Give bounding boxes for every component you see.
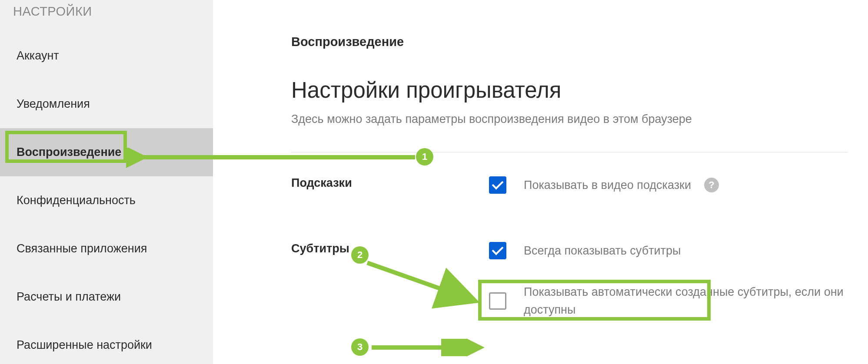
setting-label-subtitles: Субтитры xyxy=(291,242,489,343)
sidebar-item-label: Аккаунт xyxy=(17,49,59,62)
checkbox-label-auto-subtitles: Показывать автоматически созданные субти… xyxy=(524,283,868,318)
sidebar-item-privacy[interactable]: Конфиденциальность xyxy=(0,176,213,225)
checkbox-label-show-hints: Показывать в видео подсказки xyxy=(524,176,691,194)
annotation-step-2: 2 xyxy=(351,246,369,264)
checkbox-auto-subtitles[interactable] xyxy=(489,292,506,310)
checkbox-show-hints[interactable] xyxy=(489,176,506,194)
setting-label-hints: Подсказки xyxy=(291,176,489,218)
annotation-step-1: 1 xyxy=(416,148,433,165)
sidebar-title: НАСТРОЙКИ xyxy=(0,0,213,32)
annotation-step-3: 3 xyxy=(351,338,369,356)
checkbox-always-show-subtitles[interactable] xyxy=(489,242,506,259)
sidebar-item-advanced[interactable]: Расширенные настройки xyxy=(0,321,213,364)
divider xyxy=(291,152,848,152)
sidebar-item-label: Конфиденциальность xyxy=(17,194,136,207)
main-content: Воспроизведение Настройки проигрывателя … xyxy=(213,0,868,364)
sidebar-item-playback[interactable]: Воспроизведение xyxy=(0,128,213,176)
setting-row-hints: Подсказки Показывать в видео подсказки ? xyxy=(291,176,868,218)
sidebar-item-label: Воспроизведение xyxy=(17,146,121,159)
section-subtext: Здесь можно задать параметры воспроизвед… xyxy=(291,113,868,126)
setting-controls-hints: Показывать в видео подсказки ? xyxy=(489,176,868,218)
sidebar-item-billing[interactable]: Расчеты и платежи xyxy=(0,273,213,321)
setting-controls-subtitles: Всегда показывать субтитры Показывать ав… xyxy=(489,242,868,343)
help-icon[interactable]: ? xyxy=(704,178,719,192)
setting-row-subtitles: Субтитры Всегда показывать субтитры Пока… xyxy=(291,242,868,343)
section-heading: Настройки проигрывателя xyxy=(291,77,868,103)
sidebar-item-label: Уведомления xyxy=(17,97,90,110)
settings-sidebar: НАСТРОЙКИ Аккаунт Уведомления Воспроизве… xyxy=(0,0,213,364)
sidebar-item-label: Расширенные настройки xyxy=(17,338,152,351)
checkbox-row-show-hints: Показывать в видео подсказки ? xyxy=(489,176,868,194)
checkbox-row-auto-subtitles: Показывать автоматически созданные субти… xyxy=(489,283,868,318)
page-title: Воспроизведение xyxy=(291,35,868,49)
sidebar-item-notifications[interactable]: Уведомления xyxy=(0,80,213,128)
sidebar-item-account[interactable]: Аккаунт xyxy=(0,32,213,80)
sidebar-item-label: Связанные приложения xyxy=(17,242,147,255)
sidebar-item-label: Расчеты и платежи xyxy=(17,290,121,303)
checkbox-label-always-show-subtitles: Всегда показывать субтитры xyxy=(524,242,681,260)
checkbox-row-always-show-subtitles: Всегда показывать субтитры xyxy=(489,242,868,260)
sidebar-item-connected-apps[interactable]: Связанные приложения xyxy=(0,225,213,273)
